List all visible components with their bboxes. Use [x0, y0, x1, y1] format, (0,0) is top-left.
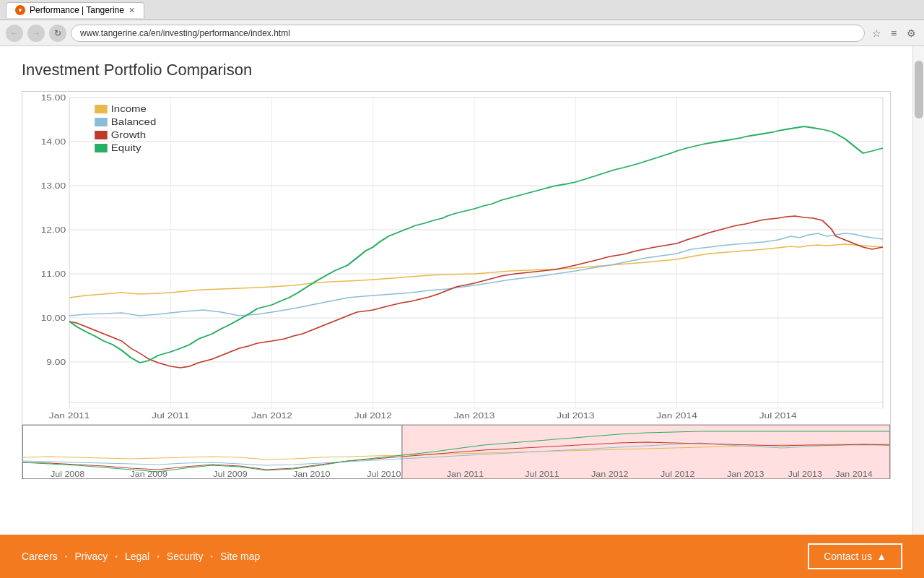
svg-text:Jan 2013: Jan 2013 [727, 470, 764, 478]
main-chart-svg: 15.00 14.00 13.00 12.00 11.00 10.00 9.00… [22, 92, 890, 424]
svg-text:Growth: Growth [111, 130, 146, 139]
svg-text:Jul 2012: Jul 2012 [354, 411, 392, 420]
scrollbar-thumb[interactable] [915, 61, 923, 118]
svg-rect-37 [95, 131, 108, 139]
chart-wrapper: 15.00 14.00 13.00 12.00 11.00 10.00 9.00… [22, 91, 891, 479]
svg-text:Jul 2012: Jul 2012 [661, 470, 694, 478]
svg-text:10.00: 10.00 [41, 314, 66, 322]
svg-rect-33 [95, 105, 108, 113]
scrollbar[interactable] [912, 46, 924, 535]
svg-text:Jul 2013: Jul 2013 [557, 411, 594, 420]
svg-text:Jan 2012: Jan 2012 [591, 470, 629, 478]
footer-link-security[interactable]: Security [167, 551, 204, 562]
tab-close-btn[interactable]: ✕ [128, 6, 135, 15]
contact-us-button[interactable]: Contact us ▲ [808, 543, 902, 569]
svg-text:11.00: 11.00 [41, 269, 66, 278]
svg-text:Jul 2010: Jul 2010 [367, 470, 401, 478]
svg-text:Jan 2010: Jan 2010 [293, 470, 331, 478]
svg-text:Equity: Equity [111, 143, 141, 152]
svg-text:Jul 2009: Jul 2009 [213, 470, 247, 478]
footer-link-careers[interactable]: Careers [22, 551, 58, 562]
svg-rect-0 [69, 98, 883, 408]
toolbar-icons: ☆ ≡ ⚙ [869, 26, 918, 40]
tab-favicon: ▼ [15, 5, 25, 15]
mini-chart[interactable]: Jul 2008 Jan 2009 Jul 2009 Jan 2010 Jul … [22, 424, 890, 478]
page-title: Investment Portfolio Comparison [22, 61, 891, 79]
main-content: Investment Portfolio Comparison [0, 46, 924, 535]
svg-text:Jul 2011: Jul 2011 [525, 470, 559, 478]
svg-text:Jan 2014: Jan 2014 [835, 470, 873, 478]
svg-text:Jan 2014: Jan 2014 [656, 411, 697, 420]
settings-icon[interactable]: ⚙ [904, 26, 918, 40]
back-button[interactable]: ← [6, 25, 23, 42]
svg-rect-39 [95, 144, 108, 152]
tab-title: Performance | Tangerine [30, 5, 124, 15]
refresh-button[interactable]: ↻ [49, 25, 66, 42]
contact-chevron-icon: ▲ [876, 551, 886, 562]
footer-dot-4: ● [210, 554, 213, 558]
svg-text:14.00: 14.00 [41, 137, 66, 146]
svg-text:12.00: 12.00 [41, 225, 66, 234]
mini-chart-svg: Jul 2008 Jan 2009 Jul 2009 Jan 2010 Jul … [22, 425, 890, 479]
svg-text:Jul 2008: Jul 2008 [51, 470, 84, 478]
svg-text:Balanced: Balanced [111, 117, 157, 126]
browser-titlebar: ▼ Performance | Tangerine ✕ [0, 0, 924, 20]
footer-dot-3: ● [157, 554, 160, 558]
footer-dot-2: ● [115, 554, 118, 558]
footer-link-legal[interactable]: Legal [125, 551, 149, 562]
footer-link-privacy[interactable]: Privacy [74, 551, 108, 562]
svg-text:Jan 2011: Jan 2011 [49, 411, 90, 420]
footer: Careers ● Privacy ● Legal ● Security ● S… [0, 535, 924, 578]
star-icon[interactable]: ☆ [869, 26, 884, 40]
main-chart: 15.00 14.00 13.00 12.00 11.00 10.00 9.00… [22, 92, 890, 424]
browser-toolbar: ← → ↻ www.tangerine.ca/en/investing/perf… [0, 20, 924, 46]
browser-tab[interactable]: ▼ Performance | Tangerine ✕ [6, 2, 144, 18]
svg-text:Jan 2012: Jan 2012 [251, 411, 292, 420]
svg-text:15.00: 15.00 [41, 93, 66, 102]
svg-text:Jul 2011: Jul 2011 [152, 411, 189, 420]
menu-icon[interactable]: ≡ [886, 26, 901, 40]
forward-button[interactable]: → [27, 25, 45, 42]
svg-text:Income: Income [111, 104, 147, 113]
svg-text:13.00: 13.00 [41, 181, 66, 190]
footer-link-sitemap[interactable]: Site map [220, 551, 260, 562]
svg-text:Jan 2011: Jan 2011 [447, 470, 484, 478]
footer-dot-1: ● [65, 554, 68, 558]
svg-rect-35 [95, 118, 108, 126]
footer-links: Careers ● Privacy ● Legal ● Security ● S… [22, 551, 260, 562]
svg-text:Jul 2014: Jul 2014 [759, 411, 797, 420]
svg-text:Jan 2009: Jan 2009 [131, 470, 168, 478]
svg-text:Jan 2013: Jan 2013 [454, 411, 495, 420]
page-area: Investment Portfolio Comparison [0, 46, 912, 535]
svg-text:9.00: 9.00 [46, 358, 66, 366]
address-bar[interactable]: www.tangerine.ca/en/investing/performanc… [71, 25, 865, 42]
svg-text:Jul 2013: Jul 2013 [788, 470, 822, 478]
